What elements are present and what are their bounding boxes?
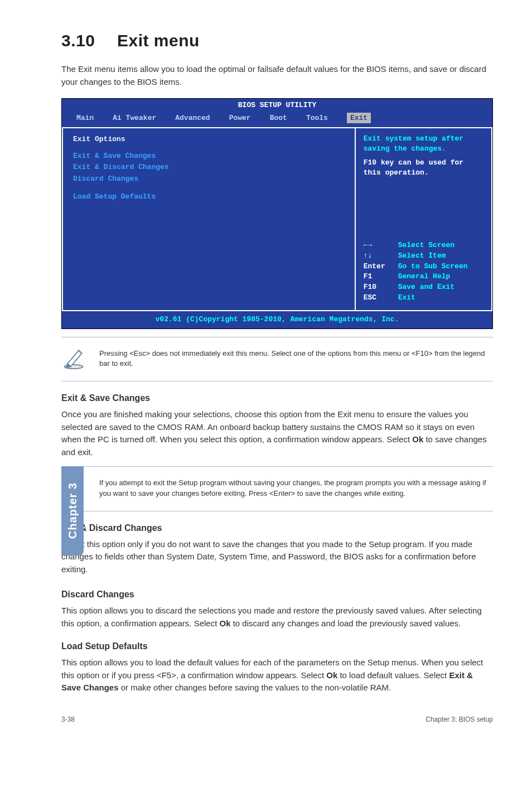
bios-option: Exit & Save Changes	[73, 151, 345, 162]
note-block: If you attempt to exit the Setup program…	[61, 475, 493, 503]
subsection-title: Exit & Discard Changes	[61, 521, 493, 535]
subsection-body: Once you are finished making your select…	[61, 408, 493, 458]
bios-banner: BIOS SETUP UTILITY	[62, 100, 492, 111]
bios-left-pane: Exit Options Exit & Save Changes Exit & …	[62, 127, 355, 311]
legend-key: ESC	[364, 293, 398, 303]
subsection-body: This option allows you to load the defau…	[61, 656, 493, 694]
section-number: 3.10	[61, 28, 117, 53]
bios-help-text: Exit system setup after saving the chang…	[356, 128, 491, 183]
divider	[61, 337, 493, 337]
legend-val: Go to Sub Screen	[398, 262, 468, 272]
section-name: Exit menu	[117, 31, 200, 50]
page-footer: 3-38 Chapter 3: BIOS setup	[61, 714, 493, 724]
bios-options-header: Exit Options	[73, 134, 345, 145]
legend-key: ←→	[364, 240, 398, 251]
bios-footer: v02.61 (C)Copyright 1985-2010, American …	[62, 311, 492, 328]
note-block: Pressing <Esc> does not immediately exit…	[61, 345, 493, 374]
bios-tab-active: Exit	[347, 113, 371, 124]
divider	[61, 511, 493, 511]
note-text: Pressing <Esc> does not immediately exit…	[99, 345, 493, 370]
legend-key: F1	[364, 272, 398, 282]
divider	[61, 466, 493, 467]
intro-paragraph: The Exit menu items allow you to load th…	[61, 63, 493, 88]
page-number: 3-38	[61, 714, 75, 724]
subsection-title: Exit & Save Changes	[61, 392, 493, 405]
bios-tab: Main	[76, 113, 94, 124]
pencil-icon	[61, 345, 86, 374]
bios-help-line: F10 key can be used for this operation.	[364, 158, 483, 177]
bios-tab: Tools	[306, 113, 328, 124]
legend-val: Save and Exit	[398, 282, 454, 293]
subsection-body: This option allows you to discard the se…	[61, 605, 493, 630]
note-text: If you attempt to exit the Setup program…	[99, 475, 493, 499]
bios-titlebar: BIOS SETUP UTILITY Main Ai Tweaker Advan…	[62, 99, 492, 127]
bios-option: Exit & Discard Changes	[73, 162, 345, 173]
bios-tab: Ai Tweaker	[113, 113, 156, 124]
bios-tab: Power	[229, 113, 251, 124]
legend-key: Enter	[364, 262, 398, 272]
subsection-body: Select this option only if you do not wa…	[61, 538, 493, 576]
legend-val: General Help	[398, 272, 451, 282]
bios-tab: Boot	[270, 113, 287, 124]
bios-tab: Advanced	[175, 113, 210, 124]
chapter-side-label: Chapter 3	[64, 482, 81, 539]
bios-legend: ←→Select Screen ↑↓Select Item EnterGo to…	[356, 235, 491, 310]
chapter-side-tab: Chapter 3	[61, 466, 84, 555]
legend-val: Select Item	[398, 251, 446, 262]
bios-right-pane: Exit system setup after saving the chang…	[355, 127, 492, 311]
bios-screenshot: BIOS SETUP UTILITY Main Ai Tweaker Advan…	[61, 98, 493, 329]
legend-val: Select Screen	[398, 240, 454, 251]
bios-body: Exit Options Exit & Save Changes Exit & …	[62, 127, 492, 311]
subsection-title: Load Setup Defaults	[61, 640, 493, 653]
divider	[61, 381, 493, 381]
bios-help-line: Exit system setup after saving the chang…	[364, 134, 483, 153]
bios-tabs: Main Ai Tweaker Advanced Power Boot Tool…	[62, 111, 492, 127]
legend-key: ↑↓	[364, 251, 398, 262]
page-title: 3.10Exit menu	[61, 28, 493, 53]
bios-option: Load Setup Defaults	[73, 191, 345, 202]
chapter-label: Chapter 3: BIOS setup	[425, 714, 493, 724]
legend-key: F10	[364, 282, 398, 293]
legend-val: Exit	[398, 293, 415, 303]
bios-option: Discard Changes	[73, 173, 345, 185]
subsection-title: Discard Changes	[61, 588, 493, 601]
